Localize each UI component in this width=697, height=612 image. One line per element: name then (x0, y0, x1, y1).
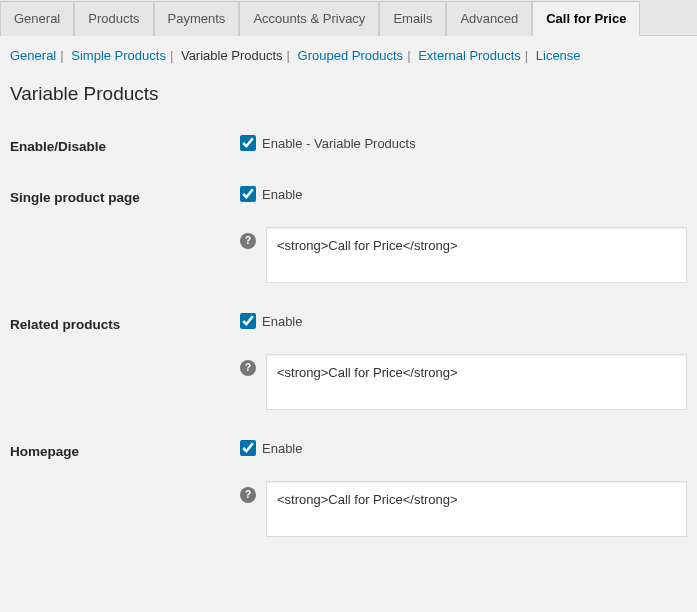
label-single: Single product page (10, 186, 240, 205)
main-tabs: General Products Payments Accounts & Pri… (0, 0, 697, 36)
checkbox-wrap-related[interactable]: Enable (240, 313, 302, 329)
row-home: Homepage Enable (10, 440, 687, 459)
settings-content: Variable Products Enable/Disable Enable … (0, 83, 697, 577)
checkbox-home[interactable] (240, 440, 256, 456)
subtab-external[interactable]: External Products (418, 48, 521, 63)
tab-emails[interactable]: Emails (379, 1, 446, 36)
help-icon[interactable]: ? (240, 233, 256, 249)
checkbox-label-enable: Enable - Variable Products (262, 136, 416, 151)
separator: | (407, 48, 410, 63)
subtab-grouped[interactable]: Grouped Products (298, 48, 404, 63)
tab-accounts[interactable]: Accounts & Privacy (239, 1, 379, 36)
textarea-single[interactable] (266, 227, 687, 283)
checkbox-related[interactable] (240, 313, 256, 329)
separator: | (525, 48, 528, 63)
separator: | (60, 48, 63, 63)
textarea-related[interactable] (266, 354, 687, 410)
label-related: Related products (10, 313, 240, 332)
label-enable: Enable/Disable (10, 135, 240, 154)
tab-call-for-price[interactable]: Call for Price (532, 1, 640, 36)
help-icon[interactable]: ? (240, 487, 256, 503)
tab-advanced[interactable]: Advanced (446, 1, 532, 36)
tab-products[interactable]: Products (74, 1, 153, 36)
subtab-license[interactable]: License (536, 48, 581, 63)
checkbox-single[interactable] (240, 186, 256, 202)
separator: | (170, 48, 173, 63)
checkbox-label-home: Enable (262, 441, 302, 456)
textarea-home[interactable] (266, 481, 687, 537)
subtab-simple[interactable]: Simple Products (71, 48, 166, 63)
textarea-row-home: ? (10, 481, 687, 537)
textarea-row-related: ? (10, 354, 687, 410)
checkbox-label-single: Enable (262, 187, 302, 202)
row-single: Single product page Enable (10, 186, 687, 205)
row-enable: Enable/Disable Enable - Variable Product… (10, 135, 687, 154)
subtab-variable[interactable]: Variable Products (181, 48, 283, 63)
tab-payments[interactable]: Payments (154, 1, 240, 36)
checkbox-wrap-home[interactable]: Enable (240, 440, 302, 456)
subtab-general[interactable]: General (10, 48, 56, 63)
row-related: Related products Enable (10, 313, 687, 332)
checkbox-wrap-single[interactable]: Enable (240, 186, 302, 202)
help-icon[interactable]: ? (240, 360, 256, 376)
checkbox-enable[interactable] (240, 135, 256, 151)
label-home: Homepage (10, 440, 240, 459)
textarea-row-single: ? (10, 227, 687, 283)
sub-tabs: General| Simple Products| Variable Produ… (0, 36, 697, 75)
page-title: Variable Products (10, 83, 687, 105)
checkbox-label-related: Enable (262, 314, 302, 329)
checkbox-wrap-enable[interactable]: Enable - Variable Products (240, 135, 416, 151)
tab-general[interactable]: General (0, 1, 74, 36)
separator: | (287, 48, 290, 63)
